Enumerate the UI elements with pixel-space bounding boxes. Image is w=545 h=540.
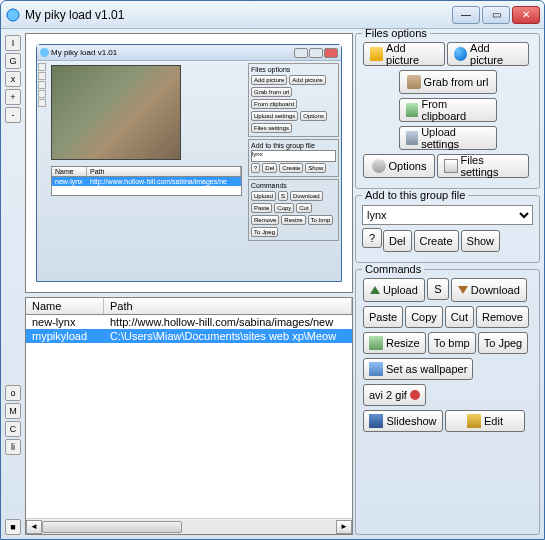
- cell-path: C:\Users\Miaw\Documents\sites web xp\Meo…: [104, 329, 352, 343]
- download-button[interactable]: Download: [451, 278, 527, 302]
- preview-clip: From clipboard: [251, 99, 297, 109]
- preview-table: Name Path new-lynx http://www.hollow-hil…: [51, 166, 242, 196]
- remove-button[interactable]: Remove: [476, 306, 529, 328]
- preview-window: My piky load v1.01: [36, 44, 342, 282]
- titlebar[interactable]: My piky load v1.01 — ▭ ✕: [1, 1, 544, 29]
- resize-icon: [369, 336, 383, 350]
- gutter-btn-8[interactable]: C: [5, 421, 21, 437]
- h-scrollbar[interactable]: ◄ ►: [26, 518, 352, 534]
- show-button[interactable]: Show: [461, 230, 501, 252]
- wallpaper-icon: [369, 362, 383, 376]
- scroll-right-icon[interactable]: ►: [336, 520, 352, 534]
- cell-name: mypikyload: [26, 329, 104, 343]
- upload-button[interactable]: Upload: [363, 278, 425, 302]
- globe-icon: [454, 47, 467, 61]
- preview-copy: Copy: [274, 203, 294, 213]
- cell-path: http://www.hollow-hill.com/sabina/images…: [104, 315, 352, 329]
- tobmp-button[interactable]: To bmp: [428, 332, 476, 354]
- add-picture-button[interactable]: Add picture: [363, 42, 445, 66]
- gutter-btn-1[interactable]: I: [5, 35, 21, 51]
- add-picture-web-button[interactable]: Add picture: [447, 42, 529, 66]
- preview-paste: Paste: [251, 203, 272, 213]
- app-icon: [5, 7, 21, 23]
- upload-settings-button[interactable]: Upload settings: [399, 126, 497, 150]
- help-button[interactable]: ?: [362, 228, 382, 248]
- gutter-btn-9[interactable]: li: [5, 439, 21, 455]
- table-row[interactable]: mypikyload C:\Users\Miaw\Documents\sites…: [26, 329, 352, 343]
- clipboard-icon: [406, 103, 419, 117]
- doc-icon: [444, 159, 458, 173]
- tojpeg-button[interactable]: To Jpeg: [478, 332, 529, 354]
- preview-cut: Cut: [296, 203, 311, 213]
- preview-opts: Options: [300, 111, 327, 121]
- wallpaper-button[interactable]: Set as wallpaper: [363, 358, 473, 380]
- commands-legend: Commands: [362, 263, 424, 275]
- s-button[interactable]: S: [427, 278, 449, 300]
- preview-create: Create: [279, 163, 303, 173]
- file-table: Name Path new-lynx http://www.hollow-hil…: [25, 297, 353, 535]
- slideshow-button[interactable]: Slideshow: [363, 410, 443, 432]
- preview-remove: Remove: [251, 215, 279, 225]
- preview-upload: Upload: [251, 191, 276, 201]
- preview-td-path: http://www.hollow-hill.com/sabina/images…: [87, 177, 241, 186]
- maximize-button[interactable]: ▭: [482, 6, 510, 24]
- preview-grab: Grab from url: [251, 87, 292, 97]
- gutter-btn-4[interactable]: +: [5, 89, 21, 105]
- folder-icon: [370, 47, 383, 61]
- preview-tojpeg: To Jpeg: [251, 227, 278, 237]
- preview-close-icon: [324, 48, 338, 58]
- edit-button[interactable]: Edit: [445, 410, 525, 432]
- avi2gif-button[interactable]: avi 2 gif: [363, 384, 426, 406]
- preview-app-icon: [40, 48, 49, 57]
- upload-icon: [370, 286, 380, 294]
- app-window: My piky load v1.01 — ▭ ✕ I G x + - o M C…: [0, 0, 545, 540]
- window-title: My piky load v1.01: [25, 8, 452, 22]
- from-clipboard-button[interactable]: From clipboard: [399, 98, 497, 122]
- minimize-button[interactable]: —: [452, 6, 480, 24]
- col-name[interactable]: Name: [26, 298, 104, 314]
- preview-th-name: Name: [52, 167, 87, 176]
- preview-del: Del: [262, 163, 277, 173]
- preview-pane: My piky load v1.01: [25, 33, 353, 293]
- gutter-btn-3[interactable]: x: [5, 71, 21, 87]
- grab-url-button[interactable]: Grab from url: [399, 70, 497, 94]
- files-options-group: Files options Add picture Add picture Gr…: [355, 33, 540, 189]
- paste-button[interactable]: Paste: [363, 306, 403, 328]
- close-button[interactable]: ✕: [512, 6, 540, 24]
- gutter-btn-5[interactable]: -: [5, 107, 21, 123]
- preview-max-icon: [309, 48, 323, 58]
- resize-button[interactable]: Resize: [363, 332, 426, 354]
- grab-icon: [407, 75, 421, 89]
- table-body[interactable]: new-lynx http://www.hollow-hill.com/sabi…: [26, 315, 352, 518]
- gear-icon: [372, 159, 386, 173]
- commands-fieldset: Commands Upload S Download Paste Copy C: [355, 269, 540, 535]
- preview-td-name: new-lynx: [52, 177, 87, 186]
- upload-settings-icon: [406, 131, 419, 145]
- scroll-thumb[interactable]: [42, 521, 182, 533]
- gutter-btn-7[interactable]: M: [5, 403, 21, 419]
- preview-tobmp: To bmp: [308, 215, 334, 225]
- preview-download: Download: [290, 191, 323, 201]
- download-icon: [458, 286, 468, 294]
- preview-add2: Add picture: [289, 75, 325, 85]
- gutter-btn-6[interactable]: o: [5, 385, 21, 401]
- cut-button[interactable]: Cut: [445, 306, 474, 328]
- create-button[interactable]: Create: [414, 230, 459, 252]
- preview-commands-legend: Commands: [251, 182, 336, 189]
- gutter-btn-10[interactable]: ■: [5, 519, 21, 535]
- preview-upset: Upload settings: [251, 111, 298, 121]
- col-path[interactable]: Path: [104, 298, 352, 314]
- addgroup-legend: Add to this group file: [362, 189, 468, 201]
- preview-resize: Resize: [281, 215, 305, 225]
- copy-button[interactable]: Copy: [405, 306, 443, 328]
- preview-addgroup-legend: Add to this group file: [251, 142, 336, 149]
- group-select[interactable]: lynx: [362, 205, 533, 225]
- add-group-fieldset: Add to this group file lynx ? Del Create…: [355, 195, 540, 263]
- files-settings-button[interactable]: Files settings: [437, 154, 529, 178]
- preview-title: My piky load v1.01: [51, 48, 117, 57]
- gutter-btn-2[interactable]: G: [5, 53, 21, 69]
- scroll-left-icon[interactable]: ◄: [26, 520, 42, 534]
- table-row[interactable]: new-lynx http://www.hollow-hill.com/sabi…: [26, 315, 352, 329]
- del-button[interactable]: Del: [383, 230, 412, 252]
- options-button[interactable]: Options: [363, 154, 435, 178]
